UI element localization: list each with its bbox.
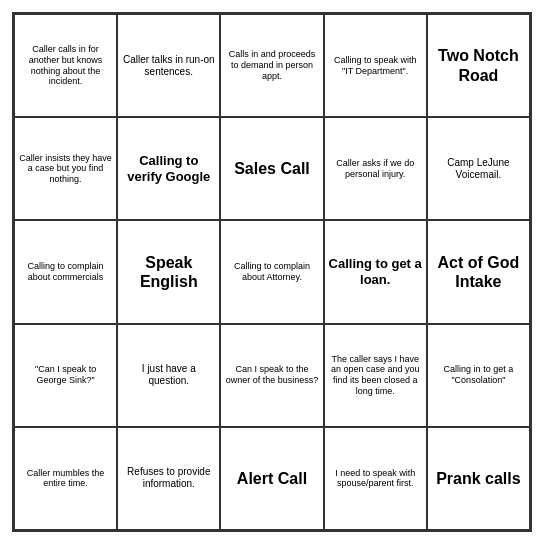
bingo-cell-24: Prank calls bbox=[427, 427, 530, 530]
cell-text-12: Calling to complain about Attorney. bbox=[225, 261, 318, 283]
cell-text-7: Sales Call bbox=[234, 159, 310, 178]
bingo-cell-0: Caller calls in for another but knows no… bbox=[14, 14, 117, 117]
bingo-cell-6: Calling to verify Google bbox=[117, 117, 220, 220]
cell-text-20: Caller mumbles the entire time. bbox=[19, 468, 112, 490]
bingo-cell-12: Calling to complain about Attorney. bbox=[220, 220, 323, 323]
cell-text-6: Calling to verify Google bbox=[122, 153, 215, 184]
cell-text-2: Calls in and proceeds to demand in perso… bbox=[225, 49, 318, 81]
bingo-board: Caller calls in for another but knows no… bbox=[12, 12, 532, 532]
bingo-cell-18: The caller says I have an open case and … bbox=[324, 324, 427, 427]
bingo-cell-23: I need to speak with spouse/parent first… bbox=[324, 427, 427, 530]
bingo-cell-17: Can I speak to the owner of the business… bbox=[220, 324, 323, 427]
cell-text-14: Act of God Intake bbox=[432, 253, 525, 291]
cell-text-15: "Can I speak to George Sink?" bbox=[19, 364, 112, 386]
cell-text-21: Refuses to provide information. bbox=[122, 466, 215, 490]
bingo-cell-7: Sales Call bbox=[220, 117, 323, 220]
cell-text-24: Prank calls bbox=[436, 469, 521, 488]
cell-text-4: Two Notch Road bbox=[432, 46, 525, 84]
bingo-cell-9: Camp LeJune Voicemail. bbox=[427, 117, 530, 220]
bingo-cell-11: Speak English bbox=[117, 220, 220, 323]
cell-text-8: Caller asks if we do personal injury. bbox=[329, 158, 422, 180]
cell-text-13: Calling to get a loan. bbox=[329, 256, 422, 287]
cell-text-23: I need to speak with spouse/parent first… bbox=[329, 468, 422, 490]
bingo-cell-5: Caller insists they have a case but you … bbox=[14, 117, 117, 220]
bingo-cell-14: Act of God Intake bbox=[427, 220, 530, 323]
bingo-cell-10: Calling to complain about commercials bbox=[14, 220, 117, 323]
cell-text-9: Camp LeJune Voicemail. bbox=[432, 157, 525, 181]
cell-text-1: Caller talks in run-on sentences. bbox=[122, 54, 215, 78]
bingo-cell-21: Refuses to provide information. bbox=[117, 427, 220, 530]
cell-text-0: Caller calls in for another but knows no… bbox=[19, 44, 112, 87]
bingo-cell-13: Calling to get a loan. bbox=[324, 220, 427, 323]
cell-text-3: Calling to speak with "IT Department". bbox=[329, 55, 422, 77]
cell-text-18: The caller says I have an open case and … bbox=[329, 354, 422, 397]
bingo-cell-16: I just have a question. bbox=[117, 324, 220, 427]
bingo-cell-15: "Can I speak to George Sink?" bbox=[14, 324, 117, 427]
bingo-cell-3: Calling to speak with "IT Department". bbox=[324, 14, 427, 117]
cell-text-10: Calling to complain about commercials bbox=[19, 261, 112, 283]
bingo-cell-2: Calls in and proceeds to demand in perso… bbox=[220, 14, 323, 117]
cell-text-5: Caller insists they have a case but you … bbox=[19, 153, 112, 185]
bingo-cell-20: Caller mumbles the entire time. bbox=[14, 427, 117, 530]
cell-text-19: Calling in to get a "Consolation" bbox=[432, 364, 525, 386]
cell-text-17: Can I speak to the owner of the business… bbox=[225, 364, 318, 386]
cell-text-22: Alert Call bbox=[237, 469, 307, 488]
bingo-cell-1: Caller talks in run-on sentences. bbox=[117, 14, 220, 117]
cell-text-11: Speak English bbox=[122, 253, 215, 291]
cell-text-16: I just have a question. bbox=[122, 363, 215, 387]
bingo-cell-8: Caller asks if we do personal injury. bbox=[324, 117, 427, 220]
bingo-cell-22: Alert Call bbox=[220, 427, 323, 530]
bingo-cell-19: Calling in to get a "Consolation" bbox=[427, 324, 530, 427]
bingo-cell-4: Two Notch Road bbox=[427, 14, 530, 117]
